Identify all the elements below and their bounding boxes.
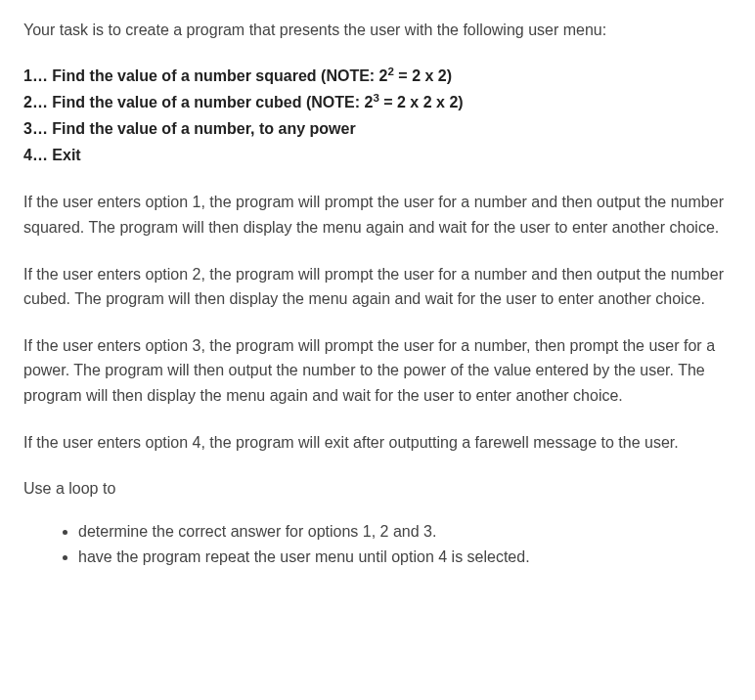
paragraph-option-2: If the user enters option 2, the program…	[23, 262, 732, 312]
intro-paragraph: Your task is to create a program that pr…	[23, 18, 732, 43]
menu-item-1-suffix: = 2 x 2)	[394, 67, 452, 84]
menu-item-2-suffix: = 2 x 2 x 2)	[379, 94, 464, 110]
bullet-item-2: have the program repeat the user menu un…	[78, 545, 732, 570]
bullet-item-1: determine the correct answer for options…	[78, 519, 732, 545]
menu-item-2-prefix: 2… Find the value of a number cubed (NOT…	[23, 94, 373, 110]
menu-list: 1… Find the value of a number squared (N…	[23, 63, 732, 169]
menu-item-4-prefix: 4… Exit	[23, 147, 81, 163]
bullet-list: determine the correct answer for options…	[23, 519, 732, 571]
paragraph-option-1: If the user enters option 1, the program…	[23, 190, 732, 240]
menu-item-1: 1… Find the value of a number squared (N…	[23, 63, 732, 89]
paragraph-option-4: If the user enters option 4, the program…	[23, 430, 732, 456]
paragraph-option-3: If the user enters option 3, the program…	[23, 333, 732, 409]
menu-item-3-prefix: 3… Find the value of a number, to any po…	[23, 120, 356, 137]
menu-item-4: 4… Exit	[23, 142, 732, 168]
menu-item-3: 3… Find the value of a number, to any po…	[23, 115, 732, 142]
loop-intro: Use a loop to	[23, 476, 732, 502]
menu-item-2: 2… Find the value of a number cubed (NOT…	[23, 89, 732, 115]
menu-item-1-prefix: 1… Find the value of a number squared (N…	[23, 67, 388, 84]
